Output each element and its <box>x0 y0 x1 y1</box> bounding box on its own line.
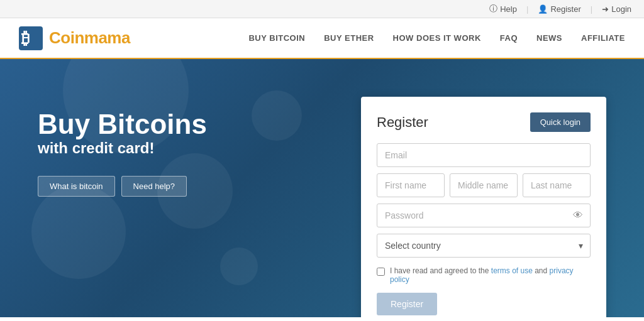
country-group: Select country United States United King… <box>377 234 591 258</box>
register-card: Register Quick login 👁 Select country Un… <box>361 97 606 317</box>
email-group <box>377 143 591 167</box>
bubble-decoration <box>157 153 233 229</box>
help-icon: ⓘ <box>489 3 497 14</box>
terms-row: I have read and agreed to the terms of u… <box>377 266 591 284</box>
password-group: 👁 <box>377 204 591 227</box>
logo: ₿ Coinmama <box>19 26 130 50</box>
nav-news[interactable]: NEWS <box>536 33 562 43</box>
nav-buy-ether[interactable]: BUY ETHER <box>324 33 374 43</box>
login-link[interactable]: ➜ Login <box>602 4 631 14</box>
register-link[interactable]: 👤 Register <box>538 4 580 14</box>
divider1: | <box>526 4 528 14</box>
login-icon: ➜ <box>602 4 609 14</box>
bubble-decoration <box>220 248 258 285</box>
bubble-decoration <box>31 185 126 279</box>
quick-login-button[interactable]: Quick login <box>530 112 591 132</box>
nav-links: BUY BITCOIN BUY ETHER HOW DOES IT WORK F… <box>248 33 625 43</box>
terms-of-use-link[interactable]: terms of use <box>491 266 533 275</box>
main-nav: ₿ Coinmama BUY BITCOIN BUY ETHER HOW DOE… <box>0 18 644 59</box>
nav-faq[interactable]: FAQ <box>500 33 518 43</box>
middle-name-input[interactable] <box>450 173 518 197</box>
email-input[interactable] <box>377 143 591 167</box>
help-link[interactable]: ⓘ Help <box>489 3 517 14</box>
hero-section: Buy Bitcoins with credit card! What is b… <box>0 59 644 317</box>
terms-text: I have read and agreed to the terms of u… <box>390 266 591 284</box>
show-password-icon[interactable]: 👁 <box>573 210 583 221</box>
logo-text: Coinmama <box>49 28 130 48</box>
register-title: Register <box>377 114 428 131</box>
bubble-decoration <box>252 90 302 141</box>
svg-text:₿: ₿ <box>21 29 30 48</box>
nav-affiliate[interactable]: AFFILIATE <box>581 33 625 43</box>
register-submit-button[interactable]: Register <box>377 293 437 315</box>
password-input[interactable] <box>377 204 591 227</box>
nav-how-it-works[interactable]: HOW DOES IT WORK <box>393 33 481 43</box>
top-bar: ⓘ Help | 👤 Register | ➜ Login <box>0 0 644 18</box>
divider2: | <box>591 4 592 14</box>
nav-buy-bitcoin[interactable]: BUY BITCOIN <box>248 33 305 43</box>
person-icon: 👤 <box>538 4 548 14</box>
register-header: Register Quick login <box>377 112 591 132</box>
last-name-input[interactable] <box>523 173 591 197</box>
country-select[interactable]: Select country United States United King… <box>377 234 591 258</box>
terms-checkbox[interactable] <box>377 268 385 276</box>
logo-icon: ₿ <box>19 26 43 50</box>
name-row <box>377 173 591 197</box>
first-name-input[interactable] <box>377 173 445 197</box>
